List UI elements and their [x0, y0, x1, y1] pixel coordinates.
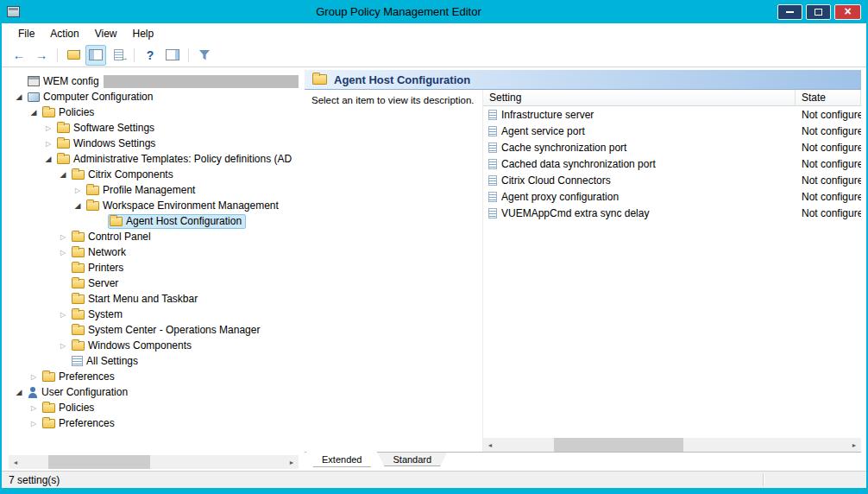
expander-icon[interactable] — [71, 198, 85, 213]
setting-row-agent-proxy-configuration[interactable]: Agent proxy configuration Not configured — [483, 188, 861, 205]
setting-name: Citrix Cloud Connectors — [501, 174, 611, 187]
tree-item-agent-host-configuration[interactable]: Agent Host Configuration — [9, 213, 299, 229]
setting-state: Not configured — [796, 142, 861, 154]
tree-item-workspace-environment-management[interactable]: Workspace Environment Management — [9, 198, 299, 213]
tree-item-administrative-templates[interactable]: Administrative Templates: Policy definit… — [9, 151, 299, 167]
column-header-setting[interactable]: Setting — [483, 90, 796, 105]
expander-icon[interactable] — [41, 136, 55, 151]
expander-spacer — [56, 291, 70, 307]
menu-file[interactable]: File — [10, 25, 42, 42]
tree-item-user-configuration[interactable]: User Configuration — [9, 384, 299, 400]
expander-icon[interactable] — [56, 229, 70, 244]
expander-icon[interactable] — [27, 104, 41, 120]
pane-splitter[interactable] — [299, 70, 305, 469]
scrollbar-thumb[interactable] — [554, 438, 683, 452]
tree-item-windows-components[interactable]: Windows Components — [9, 338, 299, 353]
menu-help[interactable]: Help — [125, 25, 162, 42]
tree-item-windows-settings[interactable]: Windows Settings — [9, 136, 299, 151]
folder-icon — [72, 279, 85, 288]
expander-icon[interactable] — [71, 182, 85, 198]
tree-item-printers[interactable]: Printers — [9, 260, 299, 276]
scrollbar-thumb[interactable] — [48, 455, 150, 469]
setting-name: Cache synchronization port — [501, 142, 626, 154]
show-hide-console-tree-button[interactable] — [85, 45, 106, 66]
maximize-icon — [815, 9, 822, 16]
expander-icon[interactable] — [56, 338, 70, 353]
scroll-right-button[interactable] — [285, 455, 299, 469]
minimize-button[interactable] — [777, 4, 802, 20]
expander-icon[interactable] — [27, 369, 41, 384]
menu-view[interactable]: View — [87, 25, 125, 42]
close-button[interactable] — [834, 4, 861, 20]
setting-row-cached-data-synchronization-port[interactable]: Cached data synchronization port Not con… — [483, 155, 861, 172]
tree-item-start-menu-and-taskbar[interactable]: Start Menu and Taskbar — [9, 291, 299, 307]
forward-button[interactable] — [31, 45, 52, 66]
expander-icon[interactable] — [27, 400, 41, 415]
tree-item-profile-management[interactable]: Profile Management — [9, 182, 299, 198]
tree-item-network[interactable]: Network — [9, 244, 299, 260]
scrollbar-track[interactable] — [22, 455, 285, 469]
column-header-state[interactable]: State — [796, 90, 861, 105]
folder-icon — [72, 310, 85, 320]
tree-item-preferences-computer[interactable]: Preferences — [9, 369, 299, 384]
policy-setting-icon — [488, 142, 497, 153]
action-pane-icon — [166, 49, 179, 60]
scroll-left-button[interactable] — [9, 455, 22, 469]
setting-row-citrix-cloud-connectors[interactable]: Citrix Cloud Connectors Not configured — [483, 172, 861, 188]
filter-button[interactable] — [194, 45, 215, 66]
tree-item-system-center-operations-manager[interactable]: System Center - Operations Manager — [9, 322, 299, 338]
maximize-button[interactable] — [806, 4, 831, 20]
tree-item-citrix-components[interactable]: Citrix Components — [9, 167, 299, 182]
folder-icon — [72, 248, 85, 257]
scroll-left-button[interactable] — [483, 438, 497, 452]
setting-state: Not configured — [796, 125, 861, 137]
policy-setting-icon — [488, 126, 497, 136]
setting-row-cache-synchronization-port[interactable]: Cache synchronization port Not configure… — [483, 139, 861, 155]
tree-item-server[interactable]: Server — [9, 276, 299, 291]
tree-item-system[interactable]: System — [9, 307, 299, 322]
scroll-right-button[interactable] — [847, 438, 861, 452]
menu-action[interactable]: Action — [42, 25, 86, 42]
expander-spacer — [56, 353, 70, 369]
title-bar[interactable]: Group Policy Management Editor — [2, 0, 866, 23]
folder-icon — [57, 139, 70, 149]
setting-name: Infrastructure server — [501, 109, 594, 121]
tree-item-policies-user[interactable]: Policies — [9, 400, 299, 415]
expander-spacer — [12, 73, 26, 89]
tree-item-control-panel[interactable]: Control Panel — [9, 229, 299, 244]
expander-spacer — [94, 213, 108, 229]
policy-setting-icon — [488, 208, 497, 218]
toolbar — [2, 43, 866, 67]
list-horizontal-scrollbar[interactable] — [483, 438, 861, 452]
expander-icon[interactable] — [41, 151, 55, 167]
expander-icon[interactable] — [56, 307, 70, 322]
setting-row-infrastructure-server[interactable]: Infrastructure server Not configured — [483, 106, 861, 123]
results-pane: Agent Host Configuration Select an item … — [305, 70, 861, 469]
tree-item-policies-computer[interactable]: Policies — [9, 104, 299, 120]
expander-icon[interactable] — [12, 89, 26, 104]
tab-standard[interactable]: Standard — [377, 453, 447, 466]
up-one-level-button[interactable] — [63, 45, 84, 66]
expander-icon[interactable] — [12, 384, 26, 400]
setting-name: VUEMAppCmd extra sync delay — [501, 207, 649, 219]
description-text: Select an item to view its description. — [311, 95, 475, 105]
expander-icon[interactable] — [27, 415, 41, 431]
tree-item-computer-configuration[interactable]: Computer Configuration — [9, 89, 299, 104]
expander-icon[interactable] — [56, 167, 70, 182]
tab-extended[interactable]: Extended — [306, 452, 377, 467]
tree-item-wem-config[interactable]: WEM config — [9, 73, 299, 89]
help-button[interactable] — [140, 45, 160, 66]
export-list-button[interactable] — [108, 45, 129, 66]
back-button[interactable] — [9, 45, 29, 66]
scrollbar-track[interactable] — [497, 438, 847, 452]
tree-item-software-settings[interactable]: Software Settings — [9, 120, 299, 136]
expander-icon[interactable] — [56, 244, 70, 260]
menu-bar: File Action View Help — [2, 23, 866, 43]
show-hide-action-pane-button[interactable] — [162, 45, 183, 66]
tree-item-preferences-user[interactable]: Preferences — [9, 415, 299, 431]
expander-icon[interactable] — [41, 120, 55, 136]
tree-horizontal-scrollbar[interactable] — [9, 455, 299, 469]
setting-row-vuemappcmd-extra-sync-delay[interactable]: VUEMAppCmd extra sync delay Not configur… — [483, 205, 861, 221]
tree-item-all-settings[interactable]: All Settings — [9, 353, 299, 369]
setting-row-agent-service-port[interactable]: Agent service port Not configured — [483, 123, 861, 139]
